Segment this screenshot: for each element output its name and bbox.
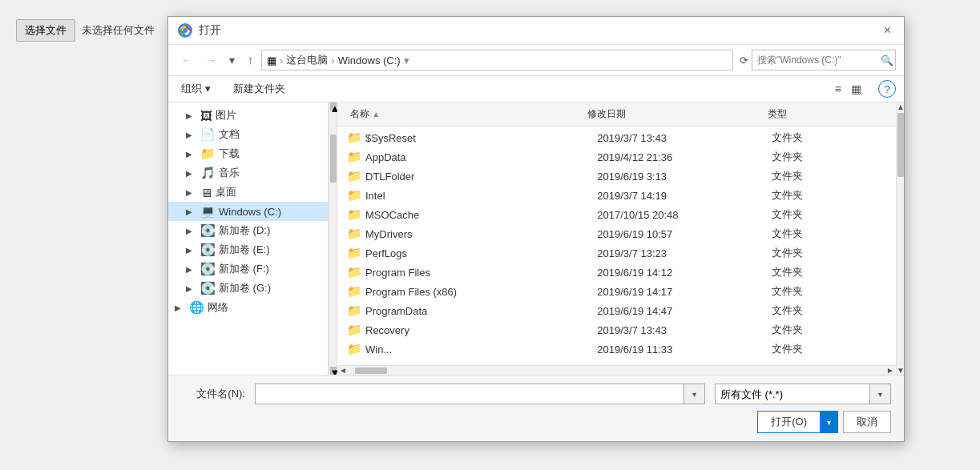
tree-icon: 🖼 [200,109,212,123]
tree-toggle[interactable]: ▶ [186,150,197,159]
table-row[interactable]: 📁 ProgramData 2019/6/19 14:47 文件夹 [337,301,896,320]
sidebar-item-drive-e[interactable]: ▶ 💽 新加卷 (E:) [168,240,328,259]
col-type-header[interactable]: 类型 [764,106,886,123]
tree-toggle[interactable]: ▶ [186,188,197,197]
view-list-button[interactable]: ≡ [831,80,845,98]
forward-button[interactable]: → [200,50,221,70]
file-hscrollbar[interactable]: ◄ ► [337,365,896,375]
table-row[interactable]: 📁 $SysReset 2019/3/7 13:43 文件夹 [337,128,896,147]
new-folder-button[interactable]: 新建文件夹 [228,79,290,98]
folder-icon: 📁 [347,246,362,260]
tree-toggle[interactable]: ▶ [186,227,197,235]
file-date: 2017/10/15 20:48 [597,209,768,221]
tree-icon: 💻 [200,204,216,219]
sidebar-item-network[interactable]: ▶ 🌐 网络 [168,298,328,317]
table-row[interactable]: 📁 Win... 2019/6/19 11:33 文件夹 [337,339,896,359]
vscroll-thumb[interactable] [897,113,904,177]
hscroll-right[interactable]: ► [885,366,896,375]
file-vscrollbar[interactable]: ▲ ▼ [896,102,904,375]
choose-file-button[interactable]: 选择文件 [16,19,75,42]
back-button[interactable]: ← [176,50,197,70]
tree-toggle[interactable]: ▶ [175,303,186,312]
sidebar-item-pictures[interactable]: ▶ 🖼 图片 [168,106,328,125]
refresh-button[interactable]: ⟳ [740,54,748,66]
sidebar-item-music[interactable]: ▶ 🎵 音乐 [168,163,328,183]
filename-input-wrap: ▾ [255,384,705,404]
table-row[interactable]: 📁 Program Files 2019/6/19 14:12 文件夹 [337,263,896,282]
sidebar-item-drive-d[interactable]: ▶ 💽 新加卷 (D:) [168,221,328,240]
organize-button[interactable]: 组织 ▾ [176,79,216,98]
tree-toggle[interactable]: ▶ [186,207,197,216]
up-button[interactable]: ↑ [243,50,258,70]
search-bar[interactable]: 🔍 [752,50,896,70]
tree-icon: 📁 [200,147,216,161]
tree-toggle[interactable]: ▶ [186,131,197,139]
breadcrumb-windows-c[interactable]: Windows (C:) [338,54,401,66]
table-row[interactable]: 📁 DTLFolder 2019/6/19 3:13 文件夹 [337,167,896,186]
hscroll-thumb[interactable] [355,368,387,374]
file-type: 文件夹 [772,284,886,299]
tree-label: 桌面 [216,185,236,199]
view-icon-button[interactable]: ▦ [847,80,865,98]
file-date: 2019/3/7 13:43 [597,324,768,336]
open-btn-arrow[interactable]: ▾ [821,411,838,433]
dialog-close-button[interactable]: × [881,24,894,37]
folder-icon: 📁 [347,265,362,279]
open-button[interactable]: 打开(O) [757,411,821,433]
tree-label: 下载 [219,147,240,161]
tree-toggle[interactable]: ▶ [186,169,197,178]
filetype-select[interactable]: 所有文件 (*.*) [715,384,870,404]
file-name: $SysReset [365,132,594,144]
table-row[interactable]: 📁 MSOCache 2017/10/15 20:48 文件夹 [337,205,896,224]
filename-dropdown-btn[interactable]: ▾ [684,384,705,404]
hscroll-left[interactable]: ◄ [337,366,349,375]
tree-icon: 💽 [200,281,216,295]
sidebar-item-drive-g[interactable]: ▶ 💽 新加卷 (G:) [168,279,328,298]
search-input[interactable] [757,54,877,66]
tree-toggle[interactable]: ▶ [186,246,197,255]
nav-scrollbar[interactable]: ▲ ▼ [329,102,337,375]
file-name: Program Files (x86) [365,286,594,298]
file-date: 2019/6/19 14:47 [597,305,768,317]
table-row[interactable]: 📁 PerfLogs 2019/3/7 13:23 文件夹 [337,243,896,263]
breadcrumb-this-pc[interactable]: 这台电脑 [286,53,328,67]
help-button[interactable]: ? [878,80,896,98]
table-row[interactable]: 📁 AppData 2019/4/12 21:36 文件夹 [337,147,896,167]
nav-panel: ▶ 🖼 图片 ▶ 📄 文档 ▶ 📁 下载 ▶ 🎵 音乐 ▶ 🖥 桌面 ▶ 💻 W… [168,102,329,375]
vscroll-up[interactable]: ▲ [897,102,904,111]
table-row[interactable]: 📁 MyDrivers 2019/6/19 10:57 文件夹 [337,224,896,243]
file-date: 2019/6/19 14:12 [597,267,768,279]
dialog-title-bar: 打开 × [168,17,904,45]
sidebar-item-drive-f[interactable]: ▶ 💽 新加卷 (F:) [168,259,328,279]
table-row[interactable]: 📁 Recovery 2019/3/7 13:43 文件夹 [337,320,896,339]
filename-input[interactable] [255,384,684,404]
nav-scroll-up[interactable]: ▲ [330,102,337,110]
tree-label: 文档 [219,127,240,142]
file-name: PerfLogs [365,247,594,259]
file-type: 文件夹 [772,188,886,203]
tree-toggle[interactable]: ▶ [186,284,197,293]
sidebar-item-documents[interactable]: ▶ 📄 文档 [168,125,328,144]
filename-row: 文件名(N): ▾ 所有文件 (*.*) ▾ [181,384,891,404]
chrome-icon [178,23,192,38]
filetype-dropdown-btn[interactable]: ▾ [870,384,891,404]
breadcrumb[interactable]: ▦ › 这台电脑 › Windows (C:) ▾ [261,50,733,70]
sidebar-item-desktop[interactable]: ▶ 🖥 桌面 [168,183,328,202]
col-date-header[interactable]: 修改日期 [584,106,764,123]
table-row[interactable]: 📁 Intel 2019/3/7 14:19 文件夹 [337,186,896,205]
dialog-title: 打开 [199,23,874,38]
tree-label: 图片 [216,108,236,123]
table-row[interactable]: 📁 Program Files (x86) 2019/6/19 14:17 文件… [337,282,896,301]
folder-icon: 📁 [347,131,362,145]
tree-toggle[interactable]: ▶ [186,111,197,120]
vscroll-down[interactable]: ▼ [897,366,904,375]
col-name-header[interactable]: 名称 ▲ [347,106,584,123]
nav-scroll-down[interactable]: ▼ [330,367,337,375]
file-type: 文件夹 [772,131,886,145]
tree-label: 新加卷 (D:) [219,223,270,238]
nav-scroll-thumb[interactable] [330,135,337,183]
cancel-button[interactable]: 取消 [843,411,891,433]
sidebar-item-windows-c[interactable]: ▶ 💻 Windows (C:) [168,202,328,221]
tree-toggle[interactable]: ▶ [186,265,197,274]
sidebar-item-downloads[interactable]: ▶ 📁 下载 [168,144,328,163]
